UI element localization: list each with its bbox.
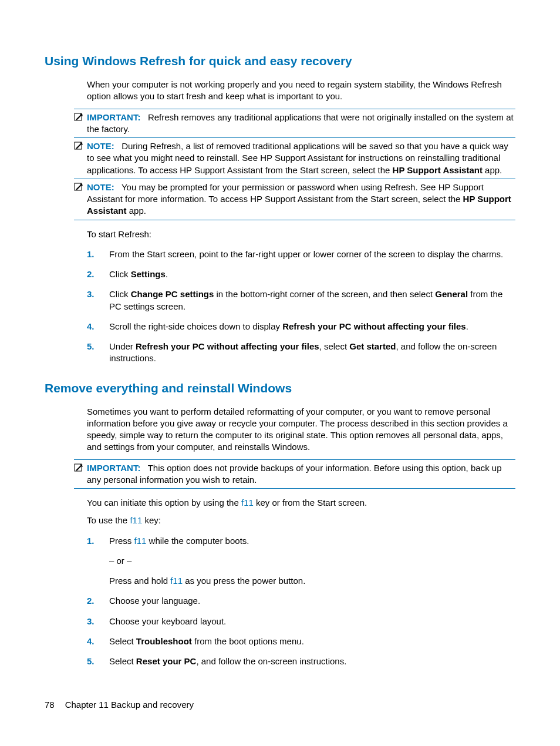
callout-note1: NOTE: During Refresh, a list of removed … xyxy=(74,138,515,179)
step-5: 5.Under Refresh your PC without affectin… xyxy=(87,341,515,365)
step-4-text: Select Troubleshoot from the boot option… xyxy=(109,636,515,647)
step-3-text: Choose your keyboard layout. xyxy=(109,616,515,627)
step-2-text: Choose your language. xyxy=(109,595,515,607)
note-icon xyxy=(74,463,83,473)
important-label: IMPORTANT: xyxy=(87,112,140,122)
step-1: 1.From the Start screen, point to the fa… xyxy=(87,248,515,260)
note1-bold: HP Support Assistant xyxy=(393,165,483,175)
heading-remove: Remove everything and reinstall Windows xyxy=(45,381,515,395)
page-number: 78 xyxy=(45,700,55,710)
page-footer: 78Chapter 11 Backup and recovery xyxy=(45,700,194,710)
heading-refresh: Using Windows Refresh for quick and easy… xyxy=(45,54,515,68)
step-2: 2.Choose your language. xyxy=(87,595,515,607)
step-5-text: Select Reset your PC, and follow the on-… xyxy=(109,656,515,667)
step-1-text: Press f11 while the computer boots. – or… xyxy=(109,535,515,587)
callout-important-refresh: IMPORTANT: Refresh removes any tradition… xyxy=(74,109,515,139)
step-4-text: Scroll the right-side choices down to di… xyxy=(109,321,515,332)
steps-refresh: 1.From the Start screen, point to the fa… xyxy=(87,248,515,365)
step-4: 4.Scroll the right-side choices down to … xyxy=(87,321,515,332)
important-text: This option does not provide backups of … xyxy=(87,463,501,485)
callout-note2: NOTE: You may be prompted for your permi… xyxy=(74,179,515,220)
steps-remove: 1. Press f11 while the computer boots. –… xyxy=(87,535,515,668)
callout-important-remove: IMPORTANT: This option does not provide … xyxy=(74,459,515,489)
step-4: 4.Select Troubleshoot from the boot opti… xyxy=(87,636,515,647)
para-use-f11: To use the f11 key: xyxy=(87,515,515,526)
note1-text2: app. xyxy=(483,165,502,175)
step-2-text: Click Settings. xyxy=(109,268,515,280)
chapter-title: Chapter 11 Backup and recovery xyxy=(65,700,194,710)
step-5-text: Under Refresh your PC without affecting … xyxy=(109,341,515,365)
note-label: NOTE: xyxy=(87,141,114,151)
important-label: IMPORTANT: xyxy=(87,463,140,473)
step-3: 3.Click Change PC settings in the bottom… xyxy=(87,288,515,312)
intro-remove: Sometimes you want to perform detailed r… xyxy=(87,406,515,453)
step-1-text: From the Start screen, point to the far-… xyxy=(109,248,515,260)
note2-text2: app. xyxy=(127,206,146,216)
step-3-text: Click Change PC settings in the bottom-r… xyxy=(109,288,515,312)
intro-refresh: When your computer is not working proper… xyxy=(87,79,515,103)
step-1: 1. Press f11 while the computer boots. –… xyxy=(87,535,515,587)
step-2: 2.Click Settings. xyxy=(87,268,515,280)
step-5: 5.Select Reset your PC, and follow the o… xyxy=(87,656,515,667)
note2-text: You may be prompted for your permission … xyxy=(87,182,484,204)
note-icon xyxy=(74,183,83,192)
note-label: NOTE: xyxy=(87,182,114,192)
para-initiate: You can initiate this option by using th… xyxy=(87,497,515,509)
note-icon xyxy=(74,142,83,151)
important-text: Refresh removes any traditional applicat… xyxy=(87,112,514,134)
step-3: 3.Choose your keyboard layout. xyxy=(87,616,515,627)
start-refresh-text: To start Refresh: xyxy=(87,228,515,240)
note-icon xyxy=(74,113,83,122)
